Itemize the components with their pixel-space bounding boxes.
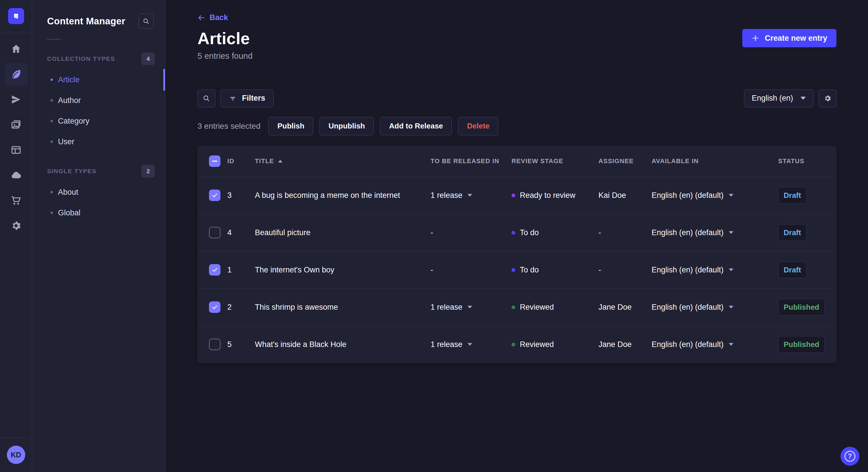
row-review-stage: Reviewed [512, 303, 598, 312]
table-search-button[interactable] [197, 90, 215, 107]
chevron-down-icon [801, 97, 806, 100]
sidebar-search-button[interactable] [138, 14, 154, 29]
single-types-count-badge: 2 [142, 165, 155, 177]
help-button[interactable]: ? [840, 447, 859, 466]
row-title[interactable]: This shrimp is awesome [255, 303, 431, 312]
collection-types-section: COLLECTION TYPES 4 Article Author Catego… [32, 52, 165, 152]
row-locale-dropdown[interactable]: English (en) (default) [652, 228, 778, 237]
unpublish-button[interactable]: Unpublish [319, 117, 374, 135]
stage-dot-icon [512, 231, 515, 235]
bullet-icon [51, 78, 53, 81]
column-header-status[interactable]: STATUS [778, 158, 836, 165]
nav-settings[interactable] [5, 214, 28, 237]
nav-content-manager[interactable] [5, 63, 28, 86]
column-header-available[interactable]: AVAILABLE IN [652, 158, 778, 165]
row-checkbox[interactable] [209, 264, 220, 276]
sidebar-item-label: Article [58, 75, 80, 84]
table-row[interactable]: 2 This shrimp is awesome 1 release Revie… [197, 289, 836, 326]
user-avatar[interactable]: KD [7, 446, 25, 464]
row-releases-dropdown[interactable]: - [431, 266, 512, 274]
view-settings-button[interactable] [818, 90, 836, 107]
row-id: 5 [227, 340, 255, 349]
row-title[interactable]: What's inside a Black Hole [255, 340, 431, 349]
table-header-row: ID TITLE TO BE RELEASED IN REVIEW STAGE … [197, 146, 836, 177]
cart-icon [10, 195, 22, 206]
table-row[interactable]: 3 A bug is becoming a meme on the intern… [197, 177, 836, 214]
filter-icon [229, 94, 237, 102]
row-review-stage: To do [512, 266, 598, 274]
check-icon [211, 192, 218, 199]
delete-button[interactable]: Delete [458, 117, 498, 135]
media-icon [10, 119, 22, 131]
row-title[interactable]: A bug is becoming a meme on the internet [255, 191, 431, 200]
locale-select[interactable]: English (en) [744, 90, 813, 107]
sidebar-item-about[interactable]: About [32, 182, 165, 202]
row-releases-dropdown[interactable]: - [431, 228, 512, 237]
add-to-release-button[interactable]: Add to Release [380, 117, 452, 135]
sidebar-item-category[interactable]: Category [32, 111, 165, 131]
status-badge: Draft [778, 224, 807, 241]
single-types-label: SINGLE TYPES [47, 168, 96, 175]
column-header-id[interactable]: ID [227, 158, 255, 165]
row-checkbox[interactable] [209, 301, 220, 313]
strapi-logo[interactable] [8, 8, 24, 24]
feather-icon [10, 69, 22, 80]
nav-content-type-builder[interactable] [5, 138, 28, 162]
table-row[interactable]: 4 Beautiful picture - To do - English (e… [197, 214, 836, 251]
send-icon [10, 94, 22, 105]
nav-deploy[interactable] [5, 164, 28, 187]
create-new-entry-button[interactable]: Create new entry [742, 29, 836, 47]
row-locale-dropdown[interactable]: English (en) (default) [652, 266, 778, 274]
back-link[interactable]: Back [197, 13, 228, 22]
stage-dot-icon [512, 343, 515, 346]
row-title[interactable]: Beautiful picture [255, 228, 431, 237]
nav-marketplace[interactable] [5, 189, 28, 212]
bullet-icon [51, 212, 53, 214]
row-id: 1 [227, 266, 255, 274]
row-assignee: Kai Doe [598, 191, 652, 200]
sidebar-item-user[interactable]: User [32, 131, 165, 152]
column-header-title[interactable]: TITLE [255, 158, 431, 165]
logo-section [0, 0, 32, 32]
row-assignee: Jane Doe [598, 303, 652, 312]
sidebar-item-label: Author [58, 96, 81, 105]
row-review-stage: Ready to review [512, 191, 598, 200]
row-checkbox[interactable] [209, 339, 220, 350]
sidebar-divider [47, 39, 61, 40]
row-checkbox[interactable] [209, 227, 220, 238]
row-locale-dropdown[interactable]: English (en) (default) [652, 340, 778, 349]
column-header-assignee[interactable]: ASSIGNEE [598, 158, 652, 165]
search-icon [143, 18, 150, 25]
nav-home[interactable] [5, 38, 28, 61]
nav-releases[interactable] [5, 88, 28, 111]
strapi-logo-icon [12, 12, 20, 20]
row-releases-dropdown[interactable]: 1 release [431, 303, 512, 312]
sidebar-item-author[interactable]: Author [32, 90, 165, 111]
chevron-down-icon [729, 194, 733, 197]
row-checkbox[interactable] [209, 190, 220, 201]
row-locale-dropdown[interactable]: English (en) (default) [652, 303, 778, 312]
chevron-down-icon [468, 343, 472, 346]
gear-icon [10, 220, 22, 231]
sort-ascending-icon [278, 160, 282, 163]
search-icon [203, 94, 210, 102]
row-locale-dropdown[interactable]: English (en) (default) [652, 191, 778, 200]
filters-button[interactable]: Filters [220, 90, 274, 107]
row-releases-dropdown[interactable]: 1 release [431, 340, 512, 349]
status-badge: Published [778, 336, 825, 353]
publish-button[interactable]: Publish [268, 117, 313, 135]
selection-summary: 3 entries selected [197, 122, 260, 131]
column-header-released[interactable]: TO BE RELEASED IN [431, 158, 512, 165]
indeterminate-dash-icon [212, 161, 217, 162]
nav-media-library[interactable] [5, 113, 28, 136]
column-header-review[interactable]: REVIEW STAGE [512, 158, 598, 165]
layout-icon [10, 144, 22, 156]
table-row[interactable]: 1 The internet's Own boy - To do - Engli… [197, 251, 836, 289]
table-row[interactable]: 5 What's inside a Black Hole 1 release R… [197, 326, 836, 363]
sidebar-item-global[interactable]: Global [32, 202, 165, 223]
row-title[interactable]: The internet's Own boy [255, 266, 431, 274]
single-types-section: SINGLE TYPES 2 About Global [32, 165, 165, 223]
sidebar-item-article[interactable]: Article [32, 69, 165, 90]
row-releases-dropdown[interactable]: 1 release [431, 191, 512, 200]
select-all-checkbox[interactable] [209, 156, 220, 167]
